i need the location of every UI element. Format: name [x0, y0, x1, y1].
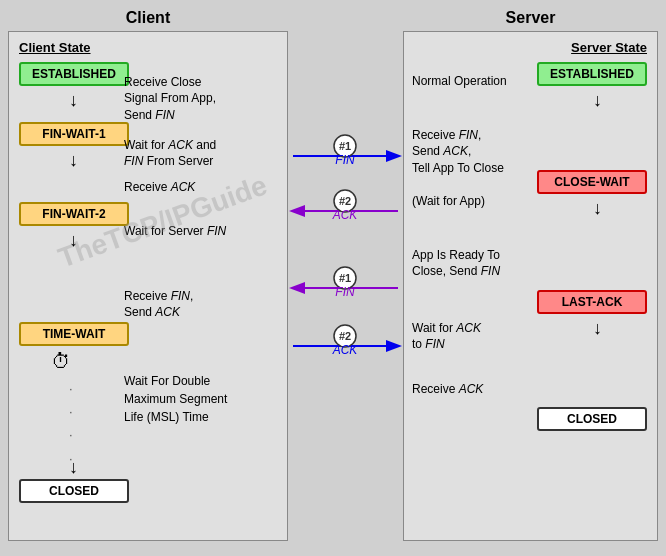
client-timewait: TIME-WAIT [19, 322, 129, 346]
client-desc-receive-fin-send-ack: Receive FIN,Send ACK [124, 288, 193, 322]
server-arrow-down-1: ↓ [593, 90, 602, 111]
svg-point-9 [334, 267, 356, 289]
client-desc-wait-ack-fin: Wait for ACK andFIN From Server [124, 137, 216, 171]
clock-icon: ⏱ [51, 350, 71, 373]
client-desc-send-fin: Receive CloseSignal From App,Send FIN [124, 74, 216, 124]
server-desc-app-ready: App Is Ready ToClose, Send FIN [412, 247, 500, 281]
svg-text:ACK: ACK [332, 208, 359, 222]
server-header: Server [403, 9, 658, 27]
server-panel: Server State ESTABLISHED ↓ Normal Operat… [403, 31, 658, 541]
server-lastack: LAST-ACK [537, 290, 647, 314]
svg-text:#1: #1 [339, 272, 351, 284]
client-desc-wait-server-fin: Wait for Server FIN [124, 224, 226, 238]
svg-text:ACK: ACK [332, 343, 359, 357]
server-closed: CLOSED [537, 407, 647, 431]
client-header: Client [8, 9, 288, 27]
arrow-down-1: ↓ [69, 90, 78, 111]
server-arrow-down-3: ↓ [593, 318, 602, 339]
client-desc-wait-msl: Wait For DoubleMaximum SegmentLife (MSL)… [124, 372, 227, 426]
diagram-container: Client Server Client State ESTABLISHED ↓… [3, 6, 663, 551]
server-desc-wait-app: (Wait for App) [412, 194, 485, 208]
svg-text:#1: #1 [339, 140, 351, 152]
server-desc-receive-ack: Receive ACK [412, 382, 483, 396]
svg-point-5 [334, 190, 356, 212]
client-closed: CLOSED [19, 479, 129, 503]
client-finwait2: FIN-WAIT-2 [19, 202, 129, 226]
arrow-down-2: ↓ [69, 150, 78, 171]
svg-text:FIN: FIN [335, 285, 355, 299]
client-desc-receive-ack: Receive ACK [124, 180, 195, 194]
svg-text:FIN: FIN [335, 153, 355, 167]
server-desc-receive-fin: Receive FIN,Send ACK,Tell App To Close [412, 127, 504, 177]
client-title: Client [126, 9, 170, 26]
client-established: ESTABLISHED [19, 62, 129, 86]
server-desc-normal: Normal Operation [412, 74, 507, 88]
svg-point-1 [334, 135, 356, 157]
svg-point-13 [334, 325, 356, 347]
client-finwait1: FIN-WAIT-1 [19, 122, 129, 146]
arrow-down-4: ↓ [69, 457, 78, 478]
client-state-label: Client State [19, 40, 91, 55]
server-desc-wait-ack-fin: Wait for ACKto FIN [412, 320, 481, 354]
server-established: ESTABLISHED [537, 62, 647, 86]
svg-text:#2: #2 [339, 330, 351, 342]
client-panel: Client State ESTABLISHED ↓ Receive Close… [8, 31, 288, 541]
server-closewait: CLOSE-WAIT [537, 170, 647, 194]
arrow-down-3: ↓ [69, 230, 78, 251]
server-state-label: Server State [571, 40, 647, 55]
server-arrow-down-2: ↓ [593, 198, 602, 219]
svg-text:#2: #2 [339, 195, 351, 207]
server-title: Server [506, 9, 556, 26]
